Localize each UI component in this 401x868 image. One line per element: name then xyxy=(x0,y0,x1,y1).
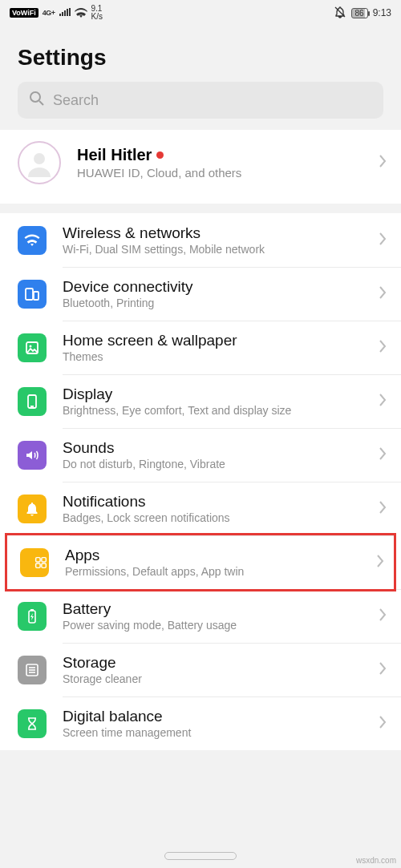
account-row[interactable]: Heil Hitler HUAWEI ID, Cloud, and others xyxy=(0,130,401,204)
row-title: Storage xyxy=(63,654,363,672)
row-title: Digital balance xyxy=(63,708,363,725)
svg-rect-3 xyxy=(26,289,33,300)
search-input[interactable]: Search xyxy=(18,82,383,119)
chevron-right-icon xyxy=(379,339,387,357)
row-storage[interactable]: StorageStorage cleaner xyxy=(0,643,401,696)
watermark: wsxdn.com xyxy=(356,856,396,865)
chevron-right-icon xyxy=(376,554,384,571)
row-apps[interactable]: AppsPermissions, Default apps, App twin xyxy=(5,533,396,591)
svg-line-1 xyxy=(39,101,43,105)
svg-point-0 xyxy=(30,92,40,102)
row-subtitle: Storage cleaner xyxy=(63,672,363,685)
vowifi-badge: VoWiFi xyxy=(10,8,38,18)
row-title: Notifications xyxy=(63,493,363,511)
page-title: Settings xyxy=(0,26,401,82)
status-right: 86 9:13 xyxy=(334,6,391,21)
row-subtitle: Do not disturb, Ringtone, Vibrate xyxy=(63,458,363,470)
avatar xyxy=(18,141,61,184)
chevron-right-icon xyxy=(379,715,387,733)
search-icon xyxy=(29,91,45,111)
chevron-right-icon xyxy=(379,500,387,518)
network-type: 4G+ xyxy=(43,9,55,17)
row-subtitle: Bluetooth, Printing xyxy=(63,297,363,309)
row-title: Apps xyxy=(65,547,360,564)
wifi-icon xyxy=(18,226,47,255)
battery-indicator: 86 xyxy=(351,8,368,18)
signal-icon xyxy=(59,7,71,18)
row-title: Sounds xyxy=(63,439,363,457)
home-indicator[interactable] xyxy=(164,852,237,860)
clock: 9:13 xyxy=(373,7,391,18)
chevron-right-icon xyxy=(379,154,387,172)
svg-rect-12 xyxy=(42,563,46,567)
notification-dot-icon xyxy=(156,151,164,159)
svg-point-6 xyxy=(30,345,32,347)
row-subtitle: Brightness, Eye comfort, Text and displa… xyxy=(63,404,363,417)
row-battery[interactable]: BatteryPower saving mode, Battery usage xyxy=(0,589,401,643)
row-title: Wireless & networks xyxy=(63,224,363,242)
row-title: Home screen & wallpaper xyxy=(63,332,363,349)
mute-icon xyxy=(334,6,346,21)
wifi-icon xyxy=(75,8,87,18)
chevron-right-icon xyxy=(379,446,387,464)
display-icon xyxy=(18,387,47,416)
account-card: Heil Hitler HUAWEI ID, Cloud, and others xyxy=(0,130,401,204)
chevron-right-icon xyxy=(379,608,387,625)
svg-rect-11 xyxy=(36,563,40,567)
row-wireless[interactable]: Wireless & networksWi-Fi, Dual SIM setti… xyxy=(0,213,401,267)
apps-icon xyxy=(20,548,49,577)
row-display[interactable]: DisplayBrightness, Eye comfort, Text and… xyxy=(0,374,401,428)
bell-icon xyxy=(18,495,47,523)
row-subtitle: Permissions, Default apps, App twin xyxy=(65,565,360,578)
row-subtitle: Wi-Fi, Dual SIM settings, Mobile network xyxy=(63,243,363,256)
wallpaper-icon xyxy=(18,333,47,362)
settings-list: Wireless & networksWi-Fi, Dual SIM setti… xyxy=(0,213,401,750)
row-notifications[interactable]: NotificationsBadges, Lock screen notific… xyxy=(0,482,401,535)
chevron-right-icon xyxy=(379,393,387,410)
row-subtitle: Themes xyxy=(63,350,363,363)
row-subtitle: Badges, Lock screen notifications xyxy=(63,511,363,524)
svg-rect-9 xyxy=(36,557,40,561)
hourglass-icon xyxy=(18,709,47,738)
row-device-connectivity[interactable]: Device connectivityBluetooth, Printing xyxy=(0,267,401,321)
status-bar: VoWiFi 4G+ 9.1 K/s 86 9:13 xyxy=(0,0,401,26)
status-left: VoWiFi 4G+ 9.1 K/s xyxy=(10,5,103,21)
search-container: Search xyxy=(0,82,401,130)
row-home-wallpaper[interactable]: Home screen & wallpaperThemes xyxy=(0,321,401,374)
storage-icon xyxy=(18,656,47,684)
chevron-right-icon xyxy=(379,232,387,249)
row-title: Device connectivity xyxy=(63,278,363,296)
svg-point-2 xyxy=(34,153,45,164)
svg-rect-4 xyxy=(34,292,38,300)
row-title: Display xyxy=(63,386,363,403)
row-title: Battery xyxy=(63,600,363,618)
account-text: Heil Hitler HUAWEI ID, Cloud, and others xyxy=(77,146,363,180)
search-placeholder: Search xyxy=(53,92,99,109)
device-connectivity-icon xyxy=(18,280,47,309)
sounds-icon xyxy=(18,441,47,470)
svg-rect-10 xyxy=(42,557,46,561)
row-subtitle: Power saving mode, Battery usage xyxy=(63,619,363,632)
section-divider xyxy=(0,204,401,213)
svg-rect-14 xyxy=(30,609,34,611)
chevron-right-icon xyxy=(379,285,387,303)
account-name: Heil Hitler xyxy=(77,146,363,164)
network-speed: 9.1 K/s xyxy=(91,5,103,21)
row-subtitle: Screen time management xyxy=(63,726,363,739)
row-digital-balance[interactable]: Digital balanceScreen time management xyxy=(0,696,401,750)
row-sounds[interactable]: SoundsDo not disturb, Ringtone, Vibrate xyxy=(0,428,401,482)
account-subtitle: HUAWEI ID, Cloud, and others xyxy=(77,166,363,180)
battery-icon xyxy=(18,602,47,631)
chevron-right-icon xyxy=(379,661,387,679)
